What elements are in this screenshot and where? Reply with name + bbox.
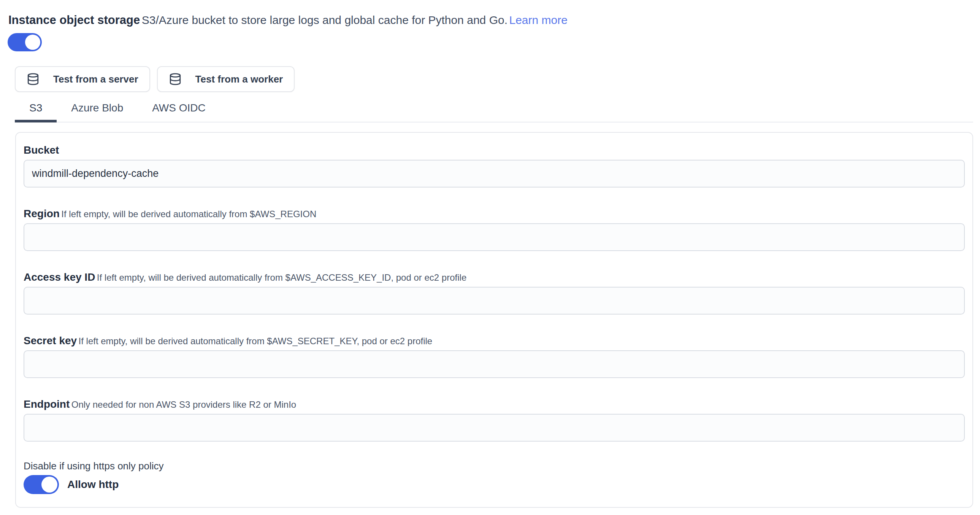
endpoint-input[interactable] bbox=[24, 414, 965, 442]
allow-http-toggle[interactable] bbox=[24, 475, 59, 494]
page-title: Instance object storage bbox=[8, 13, 140, 27]
bucket-input[interactable] bbox=[24, 160, 965, 188]
test-from-worker-button[interactable]: Test from a worker bbox=[157, 66, 295, 92]
section-header: Instance object storage S3/Azure bucket … bbox=[8, 11, 980, 31]
test-from-server-button[interactable]: Test from a server bbox=[15, 66, 150, 92]
tab-aws-oidc[interactable]: AWS OIDC bbox=[138, 97, 220, 122]
allow-http-note: Disable if using https only policy bbox=[24, 460, 965, 472]
page-description: S3/Azure bucket to store large logs and … bbox=[142, 14, 508, 26]
access-key-id-label: Access key ID bbox=[24, 271, 95, 283]
tab-azure-blob[interactable]: Azure Blob bbox=[57, 97, 138, 122]
access-key-id-hint: If left empty, will be derived automatic… bbox=[97, 272, 466, 282]
tab-s3[interactable]: S3 bbox=[15, 97, 57, 122]
s3-config-panel: Bucket Region If left empty, will be der… bbox=[15, 132, 973, 508]
toggle-knob bbox=[41, 477, 57, 493]
storage-provider-tabs: S3 Azure Blob AWS OIDC bbox=[15, 97, 973, 123]
endpoint-label: Endpoint bbox=[24, 398, 70, 410]
endpoint-hint: Only needed for non AWS S3 providers lik… bbox=[72, 399, 296, 410]
test-from-server-label: Test from a server bbox=[53, 73, 138, 85]
allow-http-row: Allow http bbox=[24, 475, 965, 494]
secret-key-input[interactable] bbox=[24, 350, 965, 378]
database-icon bbox=[169, 73, 182, 86]
field-access-key-id: Access key ID If left empty, will be der… bbox=[24, 271, 965, 314]
toggle-knob bbox=[25, 35, 40, 50]
bucket-label: Bucket bbox=[24, 144, 59, 156]
region-hint: If left empty, will be derived automatic… bbox=[61, 209, 316, 219]
access-key-id-input[interactable] bbox=[24, 287, 965, 314]
test-actions: Test from a server Test from a worker bbox=[15, 66, 980, 92]
test-from-worker-label: Test from a worker bbox=[196, 73, 283, 85]
secret-key-label: Secret key bbox=[24, 335, 77, 346]
database-icon bbox=[27, 73, 40, 86]
secret-key-hint: If left empty, will be derived automatic… bbox=[79, 336, 433, 346]
region-input[interactable] bbox=[24, 223, 965, 251]
object-storage-toggle[interactable] bbox=[8, 33, 42, 51]
region-label: Region bbox=[24, 208, 60, 220]
field-secret-key: Secret key If left empty, will be derive… bbox=[24, 334, 965, 378]
instance-object-storage-settings: Instance object storage S3/Azure bucket … bbox=[0, 0, 980, 508]
learn-more-link[interactable]: Learn more bbox=[509, 14, 567, 26]
allow-http-label: Allow http bbox=[67, 478, 119, 491]
field-region: Region If left empty, will be derived au… bbox=[24, 207, 965, 251]
field-endpoint: Endpoint Only needed for non AWS S3 prov… bbox=[24, 398, 965, 442]
field-bucket: Bucket bbox=[24, 144, 965, 188]
